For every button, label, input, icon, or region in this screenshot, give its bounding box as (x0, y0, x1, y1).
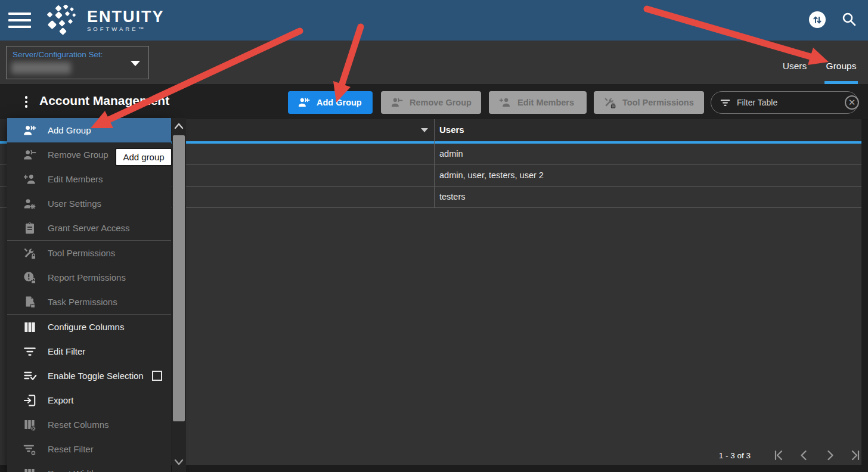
sort-caret-down-icon[interactable] (421, 128, 428, 132)
menu-item-label: Report Permissions (48, 272, 126, 282)
add-group-tooltip: Add group (115, 148, 172, 166)
person-add-icon (498, 96, 512, 109)
entuity-logo-mark-icon (44, 5, 81, 36)
menu-item-label: Reset Widths (48, 468, 101, 472)
menu-item-label: Add Group (48, 125, 91, 135)
right-margin (861, 119, 868, 472)
previous-page-icon[interactable] (798, 449, 810, 461)
filter-reset-icon (23, 442, 37, 457)
menu-item-label: Task Permissions (48, 297, 117, 307)
brand-subtitle: SOFTWARE™ (87, 26, 165, 32)
add-group-button[interactable]: Add Group (288, 91, 373, 114)
person-add-icon (23, 172, 37, 187)
export-icon (23, 393, 37, 408)
toolbar-bar: Account Management Add Group Remove Grou… (0, 84, 868, 119)
tab-groups[interactable]: Groups (824, 56, 858, 76)
next-page-icon[interactable] (824, 449, 836, 461)
edit-members-button[interactable]: Edit Members (489, 91, 587, 114)
menu-item-label: Enable Toggle Selection (48, 371, 144, 381)
menu-scrollbar[interactable] (172, 118, 186, 472)
checklist-icon (23, 369, 37, 383)
tab-users[interactable]: Users (777, 56, 812, 76)
menu-item-add-group[interactable]: Add Group (7, 118, 171, 142)
filter-table-input[interactable] (737, 98, 845, 107)
edit-members-button-label: Edit Members (517, 98, 574, 107)
server-configuration-set-label: Server/Configuration Set: (13, 50, 103, 59)
menu-item-reset-filter[interactable]: Reset Filter (7, 437, 171, 461)
first-page-icon[interactable] (773, 449, 785, 461)
menu-item-label: Remove Group (48, 150, 108, 160)
menu-item-label: Export (48, 395, 73, 405)
columns-reset-icon (23, 418, 37, 432)
menu-item-label: User Settings (48, 198, 101, 209)
add-group-button-label: Add Group (317, 98, 362, 107)
menu-item-task-permissions[interactable]: Task Permissions (7, 290, 171, 314)
pagination: 1 - 3 of 3 (537, 446, 861, 465)
menu-item-configure-columns[interactable]: Configure Columns (7, 315, 171, 339)
entuity-logo: ENTUITY SOFTWARE™ (44, 5, 165, 36)
users-cell: testers (439, 192, 466, 201)
sub-header-bar: Server/Configuration Set: Users Groups (0, 41, 868, 84)
task-lock-icon (23, 295, 37, 309)
clear-x-icon[interactable]: ✕ (845, 95, 859, 110)
menu-item-enable-toggle-selection[interactable]: Enable Toggle Selection (7, 364, 171, 388)
top-app-bar: ENTUITY SOFTWARE™ (0, 0, 868, 41)
menu-item-edit-members[interactable]: Edit Members (7, 167, 171, 191)
filter-icon (23, 344, 37, 359)
person-remove-icon (23, 148, 37, 162)
menu-item-reset-widths[interactable]: Reset Widths (7, 461, 171, 472)
tool-permissions-button[interactable]: Tool Permissions (594, 91, 704, 114)
menu-item-report-permissions[interactable]: Report Permissions (7, 265, 171, 290)
report-lock-icon (23, 271, 37, 285)
menu-item-label: Configure Columns (48, 322, 124, 332)
filter-table-field: ✕ (711, 91, 858, 114)
menu-item-export[interactable]: Export (7, 388, 171, 412)
group-add-icon (23, 123, 37, 138)
scroll-down-icon[interactable] (173, 455, 185, 468)
menu-item-tool-permissions[interactable]: Tool Permissions (7, 241, 171, 265)
server-configuration-set-dropdown[interactable]: Server/Configuration Set: (6, 46, 149, 79)
columns-icon (23, 320, 37, 334)
menu-item-edit-filter[interactable]: Edit Filter (7, 339, 171, 364)
menu-item-reset-columns[interactable]: Reset Columns (7, 412, 171, 437)
scrollbar-thumb[interactable] (173, 135, 185, 421)
menu-item-label: Tool Permissions (48, 248, 115, 258)
menu-item-grant-server-access[interactable]: Grant Server Access (7, 216, 171, 240)
users-column-header: Users (439, 125, 464, 135)
server-configuration-set-value-redacted (11, 62, 71, 74)
search-icon[interactable] (841, 11, 857, 27)
pagination-range: 1 - 3 of 3 (719, 451, 751, 460)
menu-item-label: Edit Members (48, 174, 103, 184)
scroll-up-icon[interactable] (173, 120, 185, 133)
filter-icon (720, 97, 731, 108)
hamburger-menu-icon[interactable] (8, 13, 31, 28)
users-cell: admin (439, 149, 463, 159)
tools-lock-icon (603, 96, 616, 109)
group-add-icon (297, 96, 311, 109)
toggle-selection-checkbox[interactable] (152, 371, 162, 381)
kebab-menu-icon[interactable] (21, 94, 31, 110)
remove-group-button-label: Remove Group (410, 98, 472, 107)
menu-item-user-settings[interactable]: User Settings (7, 191, 171, 216)
users-cell: admin, user, testers, user 2 (439, 170, 544, 180)
tools-lock-icon (23, 246, 37, 260)
user-gear-icon (23, 197, 37, 211)
menu-item-label: Edit Filter (48, 346, 85, 356)
menu-item-label: Reset Columns (48, 420, 109, 430)
menu-item-label: Grant Server Access (48, 223, 130, 233)
account-management-screen: ENTUITY SOFTWARE™ Server/Configuration S… (0, 0, 868, 472)
brand-name: ENTUITY (87, 8, 165, 25)
chevron-down-icon (131, 61, 140, 66)
page-title: Account Management (39, 94, 169, 108)
clipboard-icon (23, 221, 37, 235)
swap-vertical-icon[interactable] (809, 11, 826, 28)
tool-permissions-button-label: Tool Permissions (622, 98, 694, 107)
last-page-icon[interactable] (850, 449, 861, 461)
menu-item-label: Reset Filter (48, 444, 94, 454)
person-remove-icon (390, 96, 404, 109)
columns-reset-icon (23, 467, 37, 472)
table-context-menu: Add Group Remove Group Edit Members User… (7, 118, 171, 472)
remove-group-button[interactable]: Remove Group (381, 91, 481, 114)
